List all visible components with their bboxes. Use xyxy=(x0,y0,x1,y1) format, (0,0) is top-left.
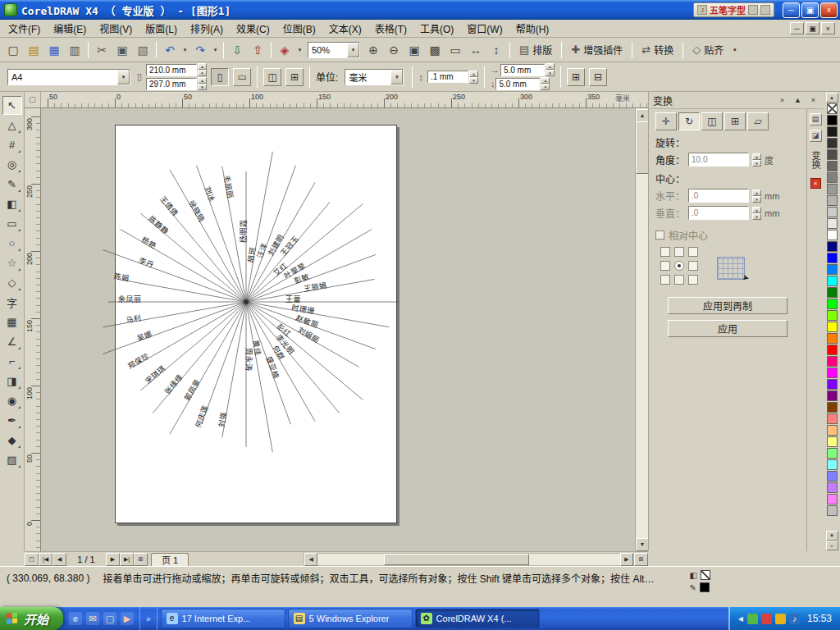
zoom-all-objects-button[interactable]: ▩ xyxy=(425,40,445,60)
menu-item-6[interactable]: 效果(C) xyxy=(230,20,276,37)
nudge-offset-field[interactable]: .1 mm xyxy=(427,71,468,83)
spoke-name-18[interactable]: 马利 xyxy=(126,313,143,325)
spoke-name-23[interactable]: 陈静静 xyxy=(147,214,171,236)
color-swatch-12[interactable] xyxy=(827,241,838,252)
paper-width-spinner[interactable]: ▴▾ xyxy=(198,63,207,76)
spoke-name-13[interactable]: 郭凤豪 xyxy=(182,377,202,402)
color-swatch-16[interactable] xyxy=(827,287,838,298)
application-launcher-dropdown[interactable]: ▾ xyxy=(295,40,304,60)
color-swatch-33[interactable] xyxy=(827,482,838,493)
docker-close-button[interactable]: × xyxy=(807,94,819,107)
spoke-name-15[interactable]: 宋琪琪 xyxy=(144,363,167,386)
table-tool[interactable]: ▦ xyxy=(2,313,22,331)
duplicate-y-spinner[interactable]: ▴▾ xyxy=(541,77,550,90)
text-tool[interactable]: 字 xyxy=(2,293,22,312)
spoke-name-26[interactable]: 刘冰 xyxy=(203,185,217,203)
menu-item-4[interactable]: 版面(L) xyxy=(139,20,184,37)
menu-item-9[interactable]: 表格(T) xyxy=(368,20,413,37)
zoom-tool[interactable]: ◎ xyxy=(2,155,22,174)
scroll-right-button[interactable]: ▶ xyxy=(620,553,633,566)
internet-explorer-quicklaunch[interactable]: e xyxy=(69,612,82,625)
scroll-left-button[interactable]: ◀ xyxy=(304,553,317,566)
rectangle-tool[interactable]: ▭ xyxy=(2,214,22,233)
snap-options-button[interactable]: ⊟ xyxy=(589,68,607,86)
menu-item-2[interactable]: 编辑(E) xyxy=(47,20,93,37)
color-swatch-4[interactable] xyxy=(827,149,838,160)
scroll-up-button[interactable]: ▲ xyxy=(636,109,649,122)
paper-height-spinner[interactable]: ▴▾ xyxy=(198,77,207,90)
color-swatch-21[interactable] xyxy=(827,345,838,355)
undo-button[interactable]: ↶ xyxy=(160,40,180,60)
treat-as-filled-button[interactable]: ⊞ xyxy=(567,68,585,86)
docker-chevron-button[interactable]: » xyxy=(776,94,788,107)
spoke-name-21[interactable]: 李丹 xyxy=(138,256,156,270)
center-horizontal-spinner[interactable]: ▴▾ xyxy=(752,189,761,203)
color-swatch-19[interactable] xyxy=(827,322,838,332)
outline-color-indicator[interactable] xyxy=(700,582,710,592)
color-swatch-18[interactable] xyxy=(827,310,838,321)
start-button[interactable]: 开始 xyxy=(0,607,63,630)
menu-item-12[interactable]: 帮助(H) xyxy=(509,20,556,37)
color-swatch-8[interactable] xyxy=(827,195,838,206)
color-swatch-24[interactable] xyxy=(827,379,838,390)
cut-button[interactable]: ✂ xyxy=(92,40,112,60)
anchor-cell-8[interactable] xyxy=(674,275,684,285)
close-button[interactable]: × xyxy=(820,2,838,18)
open-button[interactable]: ▤ xyxy=(24,40,43,60)
ime-mode-icon[interactable]: J xyxy=(697,5,707,15)
last-page-button[interactable]: ▶| xyxy=(120,553,134,566)
color-swatch-26[interactable] xyxy=(827,402,838,413)
menu-item-7[interactable]: 位图(B) xyxy=(276,20,322,37)
media-player-quicklaunch[interactable]: ▶ xyxy=(121,612,134,625)
plugins-button[interactable]: ✚增强插件 xyxy=(565,40,628,60)
redo-button[interactable]: ↷ xyxy=(190,40,210,60)
zoom-combo-arrow[interactable]: ▾ xyxy=(347,43,359,57)
crop-tool[interactable]: # xyxy=(2,135,22,154)
spoke-name-27[interactable]: 毛丽丽 xyxy=(222,175,235,199)
redo-dropdown[interactable]: ▾ xyxy=(211,40,220,60)
color-swatch-34[interactable] xyxy=(827,494,838,504)
all-pages-layout-button[interactable]: ◫ xyxy=(263,68,281,86)
ime-keyboard-icon[interactable] xyxy=(748,5,758,15)
vertical-scroll-thumb[interactable] xyxy=(636,121,649,174)
next-page-button[interactable]: ▶ xyxy=(106,553,120,566)
spoke-name-30[interactable]: 汪洋 xyxy=(255,241,269,259)
antivirus-tray-icon[interactable] xyxy=(761,614,772,624)
page-tab[interactable]: 页 1 xyxy=(151,553,189,566)
zoom-in-button[interactable]: ⊕ xyxy=(363,40,383,60)
spoke-name-11[interactable]: 刘强 xyxy=(217,411,228,428)
doc-restore-button[interactable]: ▣ xyxy=(806,22,819,34)
color-swatch-3[interactable] xyxy=(827,138,838,148)
outlook-quicklaunch[interactable]: ✉ xyxy=(86,612,99,625)
updates-tray-icon[interactable] xyxy=(775,614,786,624)
application-launcher-button[interactable]: ◈ xyxy=(275,40,294,60)
duplicate-x-spinner[interactable]: ▴▾ xyxy=(546,63,555,76)
docker-tab-close-button[interactable]: × xyxy=(810,178,821,189)
spoke-line-6[interactable] xyxy=(246,302,340,413)
restore-button[interactable]: ▣ xyxy=(801,2,819,18)
center-vertical-spinner[interactable]: ▴▾ xyxy=(752,207,761,220)
minimize-button[interactable]: ─ xyxy=(783,2,800,18)
color-swatch-30[interactable] xyxy=(827,448,838,459)
anchor-cell-4[interactable] xyxy=(660,261,670,271)
horizontal-scroll-track[interactable] xyxy=(317,554,620,565)
spoke-name-14[interactable]: 张缘缘 xyxy=(162,372,185,396)
spoke-name-19[interactable]: 余凤丽 xyxy=(118,294,142,304)
paste-button[interactable]: ▧ xyxy=(133,40,153,60)
color-swatch-2[interactable] xyxy=(827,126,838,137)
shape-tool[interactable]: △ xyxy=(2,116,22,135)
angle-field[interactable]: 10.0 xyxy=(688,153,749,167)
center-horizontal-field[interactable]: .0 xyxy=(688,189,749,203)
freehand-tool[interactable]: ✎ xyxy=(2,175,22,194)
zoom-selected-button[interactable]: ▣ xyxy=(404,40,424,60)
spoke-name-17[interactable]: 吴娜 xyxy=(135,329,153,343)
doc-minimize-button[interactable]: ─ xyxy=(790,22,804,34)
paper-height-field[interactable]: 297.0 mm xyxy=(146,78,197,90)
palette-scroll-up-button[interactable]: ▲ xyxy=(826,93,838,103)
apply-to-duplicate-button[interactable]: 应用到再制 xyxy=(668,297,788,314)
color-swatch-22[interactable] xyxy=(827,356,838,367)
volume-tray-icon[interactable]: ♪ xyxy=(789,614,800,624)
vertical-scrollbar[interactable]: ▲ ▼ xyxy=(635,108,648,551)
zoom-out-button[interactable]: ⊖ xyxy=(384,40,404,60)
convert-button[interactable]: ⇄转换 xyxy=(636,40,679,60)
